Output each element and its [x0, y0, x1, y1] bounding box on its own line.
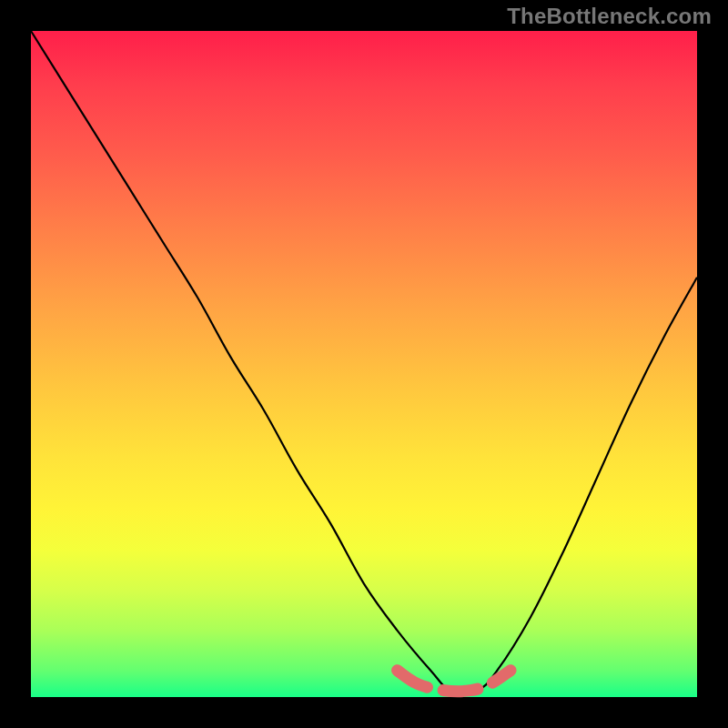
- curve-svg: [31, 31, 697, 697]
- chart-frame: TheBottleneck.com: [0, 0, 728, 728]
- plot-area: [31, 31, 697, 697]
- highlight-dashes: [398, 671, 511, 692]
- bottleneck-curve: [31, 31, 697, 693]
- watermark-text: TheBottleneck.com: [507, 4, 712, 29]
